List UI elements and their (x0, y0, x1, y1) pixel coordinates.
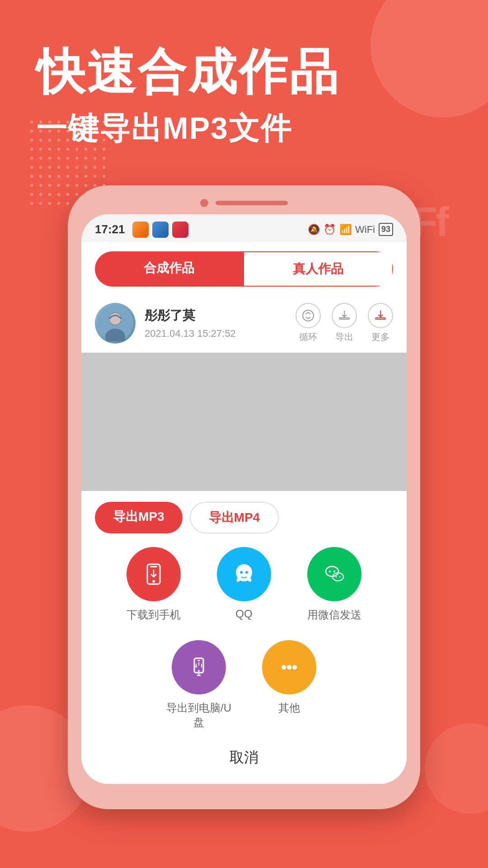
signal-icon: 📶 (339, 224, 352, 236)
download-icon (127, 547, 181, 601)
more-icon-circle (368, 303, 393, 328)
song-date: 2021.04.13 15:27:52 (145, 328, 286, 340)
share-item-wechat[interactable]: 用微信发送 (298, 547, 371, 622)
svg-point-22 (287, 665, 291, 670)
qq-icon (217, 547, 271, 601)
export-tabs: 导出MP3 导出MP4 (95, 502, 393, 533)
wifi-icon: WiFi (355, 224, 375, 236)
content-area (81, 353, 407, 491)
song-name: 彤彤了莫 (145, 307, 286, 324)
phone-mockup: 17:21 🔕 ⏰ 📶 WiFi 93 (68, 185, 420, 809)
app-icon-2 (152, 222, 169, 238)
wechat-label: 用微信发送 (307, 608, 361, 622)
svg-point-3 (109, 313, 121, 325)
app-icon-1 (132, 222, 149, 238)
phone-notch (81, 199, 407, 207)
bell-icon: 🔕 (308, 224, 320, 236)
share-grid: 下载到手机 QQ (95, 547, 393, 730)
export-icon-circle (332, 303, 357, 328)
app-icon-3 (172, 222, 188, 238)
sub-title: 一键导出MP3文件 (36, 108, 452, 149)
song-info: 彤彤了莫 2021.04.13 15:27:52 (145, 307, 286, 340)
loop-label: 循环 (299, 331, 317, 343)
cancel-area[interactable]: 取消 (81, 739, 407, 784)
svg-point-21 (282, 665, 286, 670)
status-bar: 17:21 🔕 ⏰ 📶 WiFi 93 (81, 214, 407, 242)
svg-point-20 (198, 670, 200, 672)
status-app-icons (132, 222, 188, 238)
svg-point-23 (292, 665, 297, 670)
avatar (95, 303, 136, 344)
svg-point-4 (303, 310, 314, 321)
song-actions: 循环 导出 (296, 303, 393, 343)
svg-point-12 (326, 566, 338, 576)
tab-synthesized-works[interactable]: 合成作品 (95, 251, 243, 287)
svg-point-11 (245, 571, 248, 574)
notch-bar (216, 201, 288, 205)
action-loop[interactable]: 循环 (296, 303, 321, 343)
cancel-text[interactable]: 取消 (230, 749, 258, 765)
pc-label: 导出到电脑/U盘 (163, 701, 235, 730)
phone-mockup-wrapper: 17:21 🔕 ⏰ 📶 WiFi 93 (0, 185, 488, 809)
alarm-icon: ⏰ (324, 224, 336, 236)
tab-bar: 合成作品 真人作品 (95, 251, 393, 287)
qq-label: QQ (235, 608, 252, 620)
export-tab-mp3[interactable]: 导出MP3 (95, 502, 183, 533)
svg-rect-6 (375, 318, 385, 319)
battery-indicator: 93 (379, 223, 393, 236)
svg-rect-8 (150, 566, 157, 567)
svg-point-14 (329, 571, 331, 572)
header-area: 快速合成作品 一键导出MP3文件 (0, 0, 488, 176)
action-more[interactable]: 更多 (368, 303, 393, 343)
status-right-icons: 🔕 ⏰ 📶 WiFi 93 (308, 223, 393, 236)
export-label: 导出 (335, 331, 353, 343)
svg-point-17 (339, 576, 341, 577)
status-time: 17:21 (95, 222, 125, 236)
svg-rect-5 (339, 318, 349, 319)
wechat-icon (307, 547, 361, 601)
action-export[interactable]: 导出 (332, 303, 357, 343)
other-icon (262, 640, 316, 694)
loop-icon-circle (296, 303, 321, 328)
svg-point-9 (152, 580, 155, 583)
other-label: 其他 (278, 701, 300, 715)
share-item-qq[interactable]: QQ (208, 547, 280, 622)
share-item-other[interactable]: 其他 (253, 640, 325, 730)
notch-dot (200, 199, 208, 207)
tab-real-works[interactable]: 真人作品 (243, 251, 393, 287)
svg-rect-19 (197, 660, 200, 661)
share-item-download[interactable]: 下载到手机 (117, 547, 190, 622)
svg-point-10 (240, 571, 243, 574)
pc-icon (172, 640, 226, 694)
main-title: 快速合成作品 (36, 45, 452, 99)
more-label: 更多 (371, 331, 389, 343)
phone-screen: 17:21 🔕 ⏰ 📶 WiFi 93 (81, 214, 407, 784)
export-tab-mp4[interactable]: 导出MP4 (190, 502, 279, 533)
export-section: 导出MP3 导出MP4 (81, 491, 407, 739)
download-label: 下载到手机 (127, 608, 181, 622)
song-card: 彤彤了莫 2021.04.13 15:27:52 循环 (81, 294, 407, 353)
svg-point-15 (333, 571, 335, 572)
svg-point-16 (336, 576, 337, 577)
share-item-pc[interactable]: 导出到电脑/U盘 (163, 640, 235, 730)
